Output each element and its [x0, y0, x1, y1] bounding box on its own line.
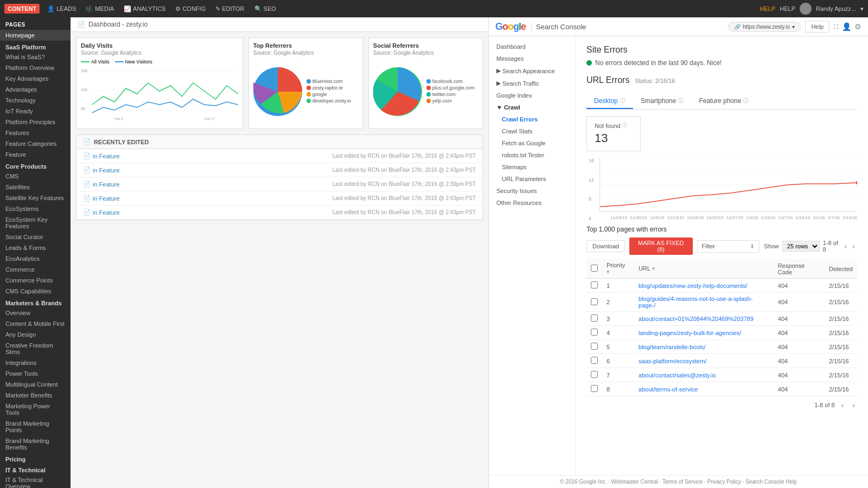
filter-input[interactable]: Filter ⬇ — [697, 240, 760, 253]
gsc-nav-crawl-errors[interactable]: Crawl Errors — [489, 113, 575, 125]
row-checkbox-4[interactable] — [591, 329, 598, 336]
apps-icon[interactable]: ∷ — [834, 22, 839, 31]
recently-edited-item-5[interactable]: 📄in Feature Last edited by RCN on BlueFl… — [76, 206, 482, 220]
row-checkbox-8[interactable] — [591, 385, 598, 392]
gsc-nav-other-resources[interactable]: Other Resources — [489, 197, 575, 209]
sidebar-item-satellites[interactable]: Satellites — [0, 182, 71, 192]
sidebar-item-cms[interactable]: CMS — [0, 171, 71, 182]
row-checkbox-6[interactable] — [591, 357, 598, 364]
recently-edited-item-4[interactable]: 📄in Feature Last edited by RCN on BlueFl… — [76, 191, 482, 206]
sidebar-item-content-mobile-first[interactable]: Content & Mobile First — [0, 318, 71, 329]
row-checkbox-3[interactable] — [591, 314, 598, 322]
sidebar-item-social-curator[interactable]: Social Curator — [0, 232, 71, 242]
sidebar-item-advantages[interactable]: Advantages — [0, 84, 71, 95]
tab-smartphone[interactable]: Smartphone ⓘ — [633, 94, 691, 109]
sidebar-item-marketer-benefits[interactable]: Marketer Benefits — [0, 390, 71, 401]
sidebar-item-feature[interactable]: Feature — [0, 149, 71, 160]
table-row[interactable]: 7 about/contact/sales@zesty.io 404 2/15/… — [586, 368, 857, 382]
sidebar-item-platform-overview[interactable]: Platform Overview — [0, 62, 71, 73]
gsc-nav-fetch-as-google[interactable]: Fetch as Google — [489, 137, 575, 149]
table-row[interactable]: 6 saas-platform/ecosystem/ 404 2/15/16 — [586, 354, 857, 368]
col-priority[interactable]: Priority ▾ — [602, 259, 634, 279]
sidebar-item-commerce-points[interactable]: Commerce Points — [0, 275, 71, 286]
gsc-nav-crawl-stats[interactable]: Crawl Stats — [489, 125, 575, 137]
sidebar-item-brand-marketing-benefits[interactable]: Brand Marketing Benefits — [0, 435, 71, 453]
prev-page-button-bottom[interactable]: ‹ — [839, 400, 846, 410]
nav-config[interactable]: ⚙ CONFIG — [171, 3, 210, 15]
row-url-1[interactable]: blog/updates/new-zesty-help-documents/ — [634, 279, 774, 293]
row-url-2[interactable]: blog/guides/4-reasons-not-to-use-a-splas… — [634, 293, 774, 312]
sidebar-item-overview[interactable]: Overview — [0, 307, 71, 318]
sidebar-item-features[interactable]: Features — [0, 127, 71, 138]
nav-media[interactable]: 🎼 MEDIA — [81, 3, 118, 15]
row-checkbox-7[interactable] — [591, 371, 598, 378]
select-all-checkbox[interactable] — [591, 265, 598, 272]
gsc-url-pill[interactable]: 🔗 https://www.zesty.io ▾ — [728, 22, 801, 32]
rows-per-page-select[interactable]: 25 rows 10 rows 50 rows — [782, 241, 820, 252]
table-row[interactable]: 4 landing-pages/zesty-built-for-agencies… — [586, 326, 857, 340]
table-row[interactable]: 8 about/terms-of-service 404 2/15/16 — [586, 382, 857, 396]
mark-fixed-button[interactable]: MARK AS FIXED (8) — [629, 237, 693, 255]
sidebar-item-ecosystem-key-features[interactable]: EcoSystem Key Features — [0, 214, 71, 232]
nav-leads[interactable]: 👤 LEADS — [43, 3, 80, 15]
sidebar-item-integrations[interactable]: Integrations — [0, 357, 71, 368]
row-url-3[interactable]: about/contact+01%20844%20469%203789 — [634, 312, 774, 326]
sidebar-item-it-overview[interactable]: IT & Technical Overview — [0, 474, 71, 488]
sidebar-item-cms-capabilities[interactable]: CMS Capabilities — [0, 286, 71, 297]
sidebar-item-marketing-power-tools[interactable]: Marketing Power Tools — [0, 401, 71, 418]
sidebar-item-leads-forms[interactable]: Leads & Forms — [0, 242, 71, 253]
settings-icon[interactable]: ⚙ — [854, 22, 861, 31]
sidebar-item-homepage[interactable]: Homepage — [0, 30, 71, 41]
recently-edited-item-2[interactable]: 📄in Feature Last edited by RCN on BlueFl… — [76, 163, 482, 177]
row-checkbox-5[interactable] — [591, 343, 598, 350]
sidebar-item-technology[interactable]: Technology — [0, 95, 71, 106]
nav-editor[interactable]: ✎ EDITOR — [211, 3, 248, 15]
gsc-nav-url-parameters[interactable]: URL Parameters — [489, 173, 575, 185]
gsc-nav-messages[interactable]: Messages — [489, 53, 575, 65]
sidebar-item-what-is-saas[interactable]: What is SaaS? — [0, 52, 71, 62]
gsc-nav-search-traffic[interactable]: ▶ Search Traffic — [489, 77, 575, 89]
gsc-nav-dashboard[interactable]: Dashboard — [489, 41, 575, 53]
row-checkbox-1[interactable] — [591, 281, 598, 288]
row-url-8[interactable]: about/terms-of-service — [634, 382, 774, 396]
sidebar-item-ecoanalytics[interactable]: EcoAnalytics — [0, 253, 71, 264]
row-url-7[interactable]: about/contact/sales@zesty.io — [634, 368, 774, 382]
prev-page-button[interactable]: ‹ — [843, 241, 850, 252]
nav-seo[interactable]: 🔍 SEO — [250, 3, 280, 15]
sidebar-item-commerce[interactable]: Commerce — [0, 264, 71, 275]
next-page-button-bottom[interactable]: › — [850, 400, 857, 410]
recently-edited-item-3[interactable]: 📄in Feature Last edited by RCN on BlueFl… — [76, 177, 482, 191]
account-icon[interactable]: 👤 — [842, 22, 851, 31]
gsc-nav-robots-tester[interactable]: robots.txt Tester — [489, 149, 575, 161]
next-page-button[interactable]: › — [850, 241, 857, 252]
row-url-4[interactable]: landing-pages/zesty-built-for-agencies/ — [634, 326, 774, 340]
sidebar-item-feature-categories[interactable]: Feature Categories — [0, 138, 71, 149]
row-url-5[interactable]: blog/team/randelle-bools/ — [634, 340, 774, 354]
tab-feature-phone[interactable]: Feature phone ⓘ — [691, 94, 756, 109]
gsc-nav-google-index[interactable]: Google Index — [489, 89, 575, 101]
sidebar-item-key-advantages[interactable]: Key Advantages — [0, 73, 71, 84]
sidebar-item-power-tools[interactable]: Power Tools — [0, 368, 71, 379]
download-button[interactable]: Download — [586, 240, 625, 252]
sidebar-item-platform-principles[interactable]: Platform Principles — [0, 117, 71, 127]
sidebar-item-multilingual[interactable]: Multilingual Content — [0, 379, 71, 390]
sidebar-item-creative-freedom[interactable]: Creative Freedom Slims — [0, 340, 71, 357]
gsc-nav-search-appearance[interactable]: ▶ Search Appearance — [489, 65, 575, 77]
table-row[interactable]: 5 blog/team/randelle-bools/ 404 2/15/16 — [586, 340, 857, 354]
nav-analytics[interactable]: 📈 ANALYTICS — [119, 3, 170, 15]
sidebar-item-iot-ready[interactable]: IoT Ready — [0, 106, 71, 117]
sidebar-item-any-design[interactable]: Any Design — [0, 329, 71, 340]
user-chevron-icon[interactable]: ▾ — [860, 5, 864, 12]
row-checkbox-2[interactable] — [591, 298, 598, 305]
gsc-nav-security-issues[interactable]: Security Issues — [489, 185, 575, 197]
table-row[interactable]: 3 about/contact+01%20844%20469%203789 40… — [586, 312, 857, 326]
recently-edited-item-1[interactable]: 📄in Feature Last edited by RCN on BlueFl… — [76, 149, 482, 163]
content-logo[interactable]: CONTENT — [4, 4, 40, 14]
gsc-nav-crawl[interactable]: ▼ Crawl — [489, 101, 575, 113]
gsc-help-button[interactable]: Help — [805, 21, 829, 33]
col-url[interactable]: URL ▾ — [634, 259, 774, 279]
sidebar-item-ecosystems[interactable]: EcoSystems — [0, 203, 71, 214]
sidebar-item-satellite-key-features[interactable]: Satellite Key Features — [0, 192, 71, 203]
tab-desktop[interactable]: Desktop ⓘ — [586, 94, 633, 109]
gsc-nav-sitemaps[interactable]: Sitemaps — [489, 161, 575, 173]
